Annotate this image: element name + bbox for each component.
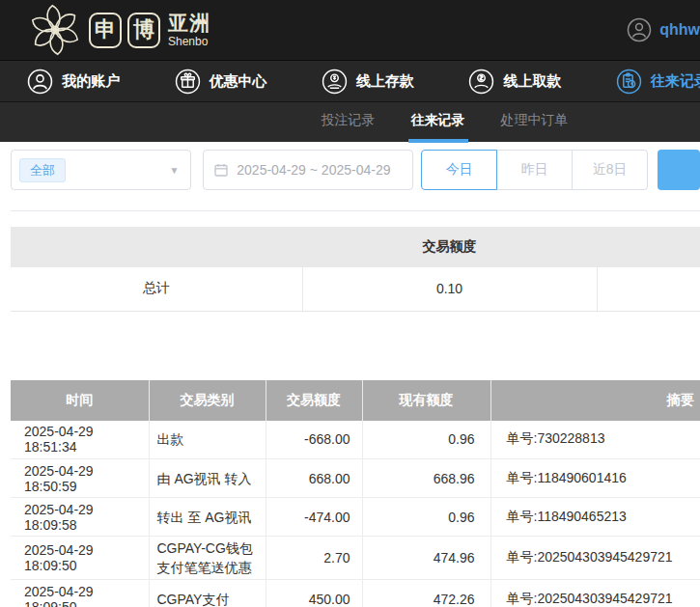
logo-char-shen: 申 bbox=[89, 13, 122, 48]
summary-header-amount: 交易额度 bbox=[302, 227, 597, 267]
avatar-icon bbox=[627, 17, 652, 42]
tab-bet-records[interactable]: 投注记录 bbox=[322, 102, 376, 143]
quick-range-group: 今日 昨日 近8日 bbox=[421, 150, 648, 190]
logo[interactable]: 申 博 亚洲 Shenbo bbox=[27, 3, 210, 57]
cell-balance: 472.26 bbox=[362, 580, 490, 607]
logo-subtitle: Shenbo bbox=[168, 36, 210, 48]
today-button[interactable]: 今日 bbox=[421, 150, 497, 190]
cell-amount: 2.70 bbox=[266, 537, 362, 580]
col-time: 时间 bbox=[11, 380, 149, 421]
nav-label: 线上取款 bbox=[503, 72, 561, 91]
cell-balance: 668.96 bbox=[362, 459, 490, 498]
nav-label: 往来记录 bbox=[651, 72, 700, 91]
cell-time: 2025-04-29 18:09:50 bbox=[11, 537, 149, 580]
nav-item-promotions[interactable]: 优惠中心 bbox=[147, 61, 294, 101]
user-menu[interactable]: qhhw bbox=[627, 0, 700, 60]
cell-type: CGPAY-CG钱包支付笔笔送优惠 bbox=[149, 537, 266, 580]
nav-item-withdraw[interactable]: 线上取款 bbox=[441, 61, 588, 101]
cell-type: 出款 bbox=[149, 421, 266, 459]
summary-total-label: 总计 bbox=[11, 267, 302, 311]
flower-logo-icon bbox=[27, 3, 83, 57]
transactions-table: 时间 交易类别 交易额度 现有额度 摘要 2025-04-29 18:51:34… bbox=[11, 380, 700, 607]
cell-time: 2025-04-29 18:09:50 bbox=[11, 580, 149, 607]
table-header-row: 时间 交易类别 交易额度 现有额度 摘要 bbox=[11, 380, 700, 421]
cell-type: 转出 至 AG视讯 bbox=[149, 498, 266, 537]
logo-region: 亚洲 bbox=[168, 12, 210, 34]
calendar-icon bbox=[213, 162, 229, 178]
date-range-value: 2025-04-29 ~ 2025-04-29 bbox=[237, 162, 390, 178]
nav-item-records[interactable]: 往来记录 bbox=[589, 61, 700, 101]
summary-table: 交易额度 总计 0.10 bbox=[11, 227, 700, 312]
summary-empty-cell bbox=[597, 267, 700, 311]
user-icon bbox=[27, 69, 53, 95]
nav-item-deposit[interactable]: 线上存款 bbox=[294, 61, 441, 101]
table-row: 2025-04-29 18:50:59 由 AG视讯 转入 668.00 668… bbox=[11, 459, 700, 498]
cell-amount: -474.00 bbox=[266, 498, 362, 537]
gift-icon bbox=[175, 69, 201, 95]
cell-amount: -668.00 bbox=[266, 421, 362, 459]
cell-memo: 单号:202504303945429721 bbox=[490, 580, 700, 607]
cell-amount: 668.00 bbox=[266, 459, 362, 498]
cell-time: 2025-04-29 18:51:34 bbox=[11, 421, 149, 459]
username: qhhw bbox=[659, 21, 700, 39]
cell-balance: 0.96 bbox=[362, 421, 490, 459]
nav-label: 线上存款 bbox=[356, 72, 414, 91]
table-row: 2025-04-29 18:51:34 出款 -668.00 0.96 单号:7… bbox=[11, 421, 700, 459]
last8days-button[interactable]: 近8日 bbox=[572, 150, 648, 190]
yesterday-button[interactable]: 昨日 bbox=[496, 150, 573, 190]
table-row: 2025-04-29 18:09:50 CGPAY支付 450.00 472.2… bbox=[11, 580, 700, 607]
col-balance: 现有额度 bbox=[362, 380, 490, 421]
col-memo: 摘要 bbox=[490, 380, 700, 421]
tab-transaction-records[interactable]: 往来记录 bbox=[408, 102, 468, 143]
page: 申 博 亚洲 Shenbo qhhw bbox=[0, 0, 700, 607]
cell-memo: 单号:202504303945429721 bbox=[490, 537, 700, 580]
summary-header-empty2 bbox=[597, 227, 700, 267]
tabs: 投注记录 往来记录 处理中订单 bbox=[322, 102, 569, 142]
chevron-down-icon: ▼ bbox=[169, 165, 179, 176]
sub-tabbar: 投注记录 往来记录 处理中订单 bbox=[0, 101, 700, 142]
cell-memo: 单号:118490465213 bbox=[490, 498, 700, 537]
date-range-input[interactable]: 2025-04-29 ~ 2025-04-29 bbox=[203, 150, 413, 190]
cell-amount: 450.00 bbox=[266, 580, 362, 607]
table-row: 2025-04-29 18:09:58 转出 至 AG视讯 -474.00 0.… bbox=[11, 498, 700, 537]
cell-balance: 474.96 bbox=[362, 537, 490, 580]
type-select[interactable]: 全部 ▼ bbox=[11, 150, 191, 190]
summary-total-value: 0.10 bbox=[302, 267, 597, 311]
nav-label: 优惠中心 bbox=[210, 72, 267, 91]
divider bbox=[11, 210, 700, 211]
summary-header-empty bbox=[11, 227, 302, 267]
records-icon bbox=[616, 69, 642, 95]
deposit-icon bbox=[322, 69, 348, 95]
table-row: 2025-04-29 18:09:50 CGPAY-CG钱包支付笔笔送优惠 2.… bbox=[11, 537, 700, 580]
cell-type: 由 AG视讯 转入 bbox=[149, 459, 266, 498]
summary-header-row: 交易额度 bbox=[11, 227, 700, 267]
selected-type-tag: 全部 bbox=[19, 158, 66, 182]
filter-row: 全部 ▼ 2025-04-29 ~ 2025-04-29 今日 昨日 近8日 bbox=[11, 150, 700, 190]
cell-balance: 0.96 bbox=[362, 498, 490, 537]
cell-time: 2025-04-29 18:09:58 bbox=[11, 498, 149, 537]
nav-label: 我的账户 bbox=[62, 72, 120, 91]
tab-pending-orders[interactable]: 处理中订单 bbox=[501, 102, 569, 143]
cell-time: 2025-04-29 18:50:59 bbox=[11, 459, 149, 498]
nav-item-my-account[interactable]: 我的账户 bbox=[0, 61, 147, 101]
logo-text: 亚洲 Shenbo bbox=[168, 12, 210, 48]
cell-memo: 单号:730228813 bbox=[490, 421, 700, 459]
col-amount: 交易额度 bbox=[266, 380, 362, 421]
topbar: 申 博 亚洲 Shenbo qhhw bbox=[0, 0, 700, 60]
main-nav: 我的账户 优惠中心 bbox=[0, 60, 700, 101]
cell-type: CGPAY支付 bbox=[149, 580, 266, 607]
cell-memo: 单号:118490601416 bbox=[490, 459, 700, 498]
withdraw-icon bbox=[468, 69, 494, 95]
logo-char-bo: 博 bbox=[127, 13, 160, 48]
search-button[interactable] bbox=[658, 150, 700, 190]
summary-total-row: 总计 0.10 bbox=[11, 267, 700, 311]
col-type: 交易类别 bbox=[149, 380, 266, 421]
